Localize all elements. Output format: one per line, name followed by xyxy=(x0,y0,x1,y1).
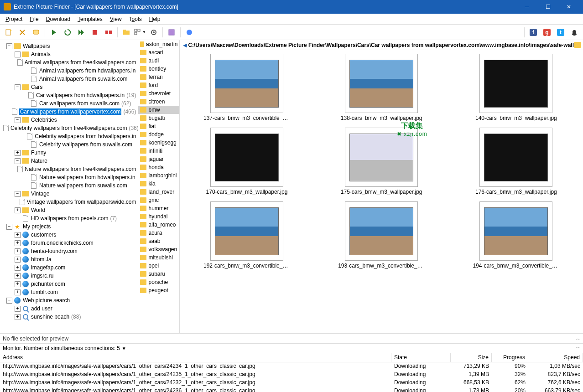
tree-item[interactable]: +hitomi.la xyxy=(1,255,137,263)
menu-download[interactable]: Download xyxy=(42,15,74,23)
thumbnail[interactable]: 140-cars_bmw_m3_wallpaper.jpg xyxy=(470,54,562,121)
folder-item[interactable]: dodge xyxy=(138,130,179,139)
folder-item[interactable]: mitsubishi xyxy=(138,253,179,262)
tree-item[interactable]: +customers xyxy=(1,231,137,239)
folder-item[interactable]: ascari xyxy=(138,48,179,57)
folder-item[interactable]: acura xyxy=(138,229,179,237)
menu-file[interactable]: File xyxy=(26,15,42,23)
thumbnail[interactable]: 175-cars_bmw_m3_wallpaper.jpg xyxy=(336,128,427,195)
tree-item[interactable]: +hentai-foundry.com xyxy=(1,247,137,255)
folder-item[interactable]: fiat xyxy=(138,122,179,130)
folder-item[interactable]: jaguar xyxy=(138,155,179,163)
social-google-icon[interactable]: g xyxy=(541,26,553,38)
thumbnail[interactable]: 137-cars_bmw_m3_convertible_wallp... xyxy=(201,54,292,121)
path-back-icon[interactable]: ◄ xyxy=(182,41,188,49)
tool-explorer-icon[interactable] xyxy=(120,26,133,38)
tree-item[interactable]: Car wallpapers from suwalls.com(62) xyxy=(1,99,137,108)
folder-item[interactable]: citroen xyxy=(138,98,179,106)
download-row[interactable]: http://www.imgbase.info/images/safe-wall… xyxy=(0,371,583,379)
thumbnail[interactable]: 193-cars_bmw_m3_convertible_wallp... xyxy=(336,201,427,269)
tree-item[interactable]: Animal wallpapers from suwalls.com xyxy=(1,75,137,83)
social-qq-icon[interactable] xyxy=(568,26,581,38)
minimize-button[interactable]: ─ xyxy=(516,0,537,14)
download-row[interactable]: http://www.imgbase.info/images/safe-wall… xyxy=(0,362,583,371)
menu-tools[interactable]: Tools xyxy=(125,15,146,23)
tool-properties-icon[interactable] xyxy=(30,26,42,38)
tree-item[interactable]: Celebrity wallpapers from free4kwallpape… xyxy=(1,124,137,132)
thumbnail[interactable]: 194-cars_bmw_m3_convertible_wallp... xyxy=(470,201,562,269)
folder-item[interactable]: honda xyxy=(138,163,179,171)
thumbnail-grid[interactable]: 137-cars_bmw_m3_convertible_wallp...138-… xyxy=(180,50,583,333)
col-speed[interactable]: Speed xyxy=(528,353,583,362)
tool-stop-all-icon[interactable] xyxy=(102,26,115,38)
folder-item[interactable]: porsche xyxy=(138,278,179,286)
tree-item[interactable]: +sunshine beach(88) xyxy=(1,313,137,321)
col-size[interactable]: Size xyxy=(451,353,492,362)
monitor-collapse-icon[interactable]: ﹀ xyxy=(576,345,580,351)
download-row[interactable]: http://www.imgbase.info/images/safe-wall… xyxy=(0,387,583,392)
tree-item[interactable]: +tumblr.com xyxy=(1,288,137,296)
folder-item[interactable]: ford xyxy=(138,81,179,89)
tree-item[interactable]: Animal wallpapers from hdwallpapers.in xyxy=(1,67,137,75)
folder-item[interactable]: volkswagen xyxy=(138,245,179,253)
folder-item[interactable]: hyundai xyxy=(138,212,179,221)
maximize-button[interactable]: ☐ xyxy=(537,0,558,14)
project-tree[interactable]: −Wallpapers−AnimalsAnimal wallpapers fro… xyxy=(0,40,138,333)
preview-expand-icon[interactable]: ︿ xyxy=(576,335,580,342)
folder-item[interactable]: audi xyxy=(138,57,179,65)
tree-item[interactable]: +World xyxy=(1,206,137,214)
folder-item[interactable]: bugatti xyxy=(138,114,179,122)
tool-start-all-icon[interactable] xyxy=(75,26,88,38)
folder-item[interactable]: infiniti xyxy=(138,147,179,155)
menu-project[interactable]: Project xyxy=(2,15,26,23)
folder-item[interactable]: peugeot xyxy=(138,286,179,294)
tree-item[interactable]: −Web picture search xyxy=(1,296,137,304)
social-twitter-icon[interactable]: t xyxy=(554,26,567,38)
monitor-dropdown-icon[interactable]: ▼ xyxy=(122,346,126,351)
folder-item[interactable]: ferrari xyxy=(138,73,179,81)
folder-item[interactable]: land_rover xyxy=(138,188,179,196)
tool-options-icon[interactable] xyxy=(147,26,160,38)
tool-web-icon[interactable] xyxy=(183,26,196,38)
social-facebook-icon[interactable]: f xyxy=(527,26,540,38)
folder-item[interactable]: hummer xyxy=(138,204,179,212)
tool-restart-icon[interactable] xyxy=(61,26,74,38)
tree-item[interactable]: +add user xyxy=(1,304,137,313)
tool-new-icon[interactable] xyxy=(2,26,15,38)
folder-item[interactable]: aston_martin xyxy=(138,40,179,48)
tree-item[interactable]: +Funny xyxy=(1,149,137,157)
tree-item[interactable]: Nature wallpapers from free4kwallpapers.… xyxy=(1,165,137,173)
thumbnail[interactable]: 176-cars_bmw_m3_wallpaper.jpg xyxy=(470,128,562,195)
folder-item[interactable]: chevrolet xyxy=(138,89,179,98)
folder-item[interactable]: lamborghini xyxy=(138,171,179,180)
tree-item[interactable]: −Vintage xyxy=(1,190,137,198)
tree-item[interactable]: Nature wallpapers from hdwallpapers.in xyxy=(1,173,137,181)
folder-item[interactable]: bentley xyxy=(138,65,179,73)
tool-settings-icon[interactable] xyxy=(16,26,29,38)
tree-item[interactable]: −Wallpapers xyxy=(1,42,137,50)
menu-view[interactable]: View xyxy=(106,15,125,23)
col-progress[interactable]: Progress xyxy=(492,353,528,362)
tool-start-icon[interactable] xyxy=(47,26,60,38)
folder-item[interactable]: koenigsegg xyxy=(138,139,179,147)
col-state[interactable]: State xyxy=(391,353,451,362)
tree-item[interactable]: Animal wallpapers from free4kwallpapers.… xyxy=(1,58,137,67)
thumbnail[interactable]: 138-cars_bmw_m3_wallpaper.jpg xyxy=(336,54,427,121)
col-address[interactable]: Address xyxy=(0,353,391,362)
tree-item[interactable]: HD wallpapers from pexels.com(7) xyxy=(1,214,137,222)
folder-item[interactable]: alfa_romeo xyxy=(138,221,179,229)
tree-item[interactable]: −Animals xyxy=(1,50,137,58)
folder-item[interactable]: saab xyxy=(138,237,179,245)
download-row[interactable]: http://www.imgbase.info/images/safe-wall… xyxy=(0,379,583,387)
tree-item[interactable]: −Cars xyxy=(1,83,137,91)
tree-item[interactable]: +pichunter.com xyxy=(1,280,137,288)
menu-templates[interactable]: Templates xyxy=(74,15,106,23)
tree-item[interactable]: −Nature xyxy=(1,157,137,165)
tree-item[interactable]: Celebrity wallpapers from suwalls.com xyxy=(1,140,137,149)
path-folder-icon[interactable] xyxy=(574,42,581,48)
folder-item[interactable]: opel xyxy=(138,262,179,270)
folder-list[interactable]: aston_martinascariaudibentleyferrariford… xyxy=(138,40,180,333)
thumbnail[interactable]: 192-cars_bmw_m3_convertible_wallp... xyxy=(201,201,292,269)
tree-item[interactable]: Car wallpapers from hdwallpapers.in(19) xyxy=(1,91,137,99)
thumbnail[interactable]: 170-cars_bmw_m3_wallpaper.jpg xyxy=(201,128,292,195)
